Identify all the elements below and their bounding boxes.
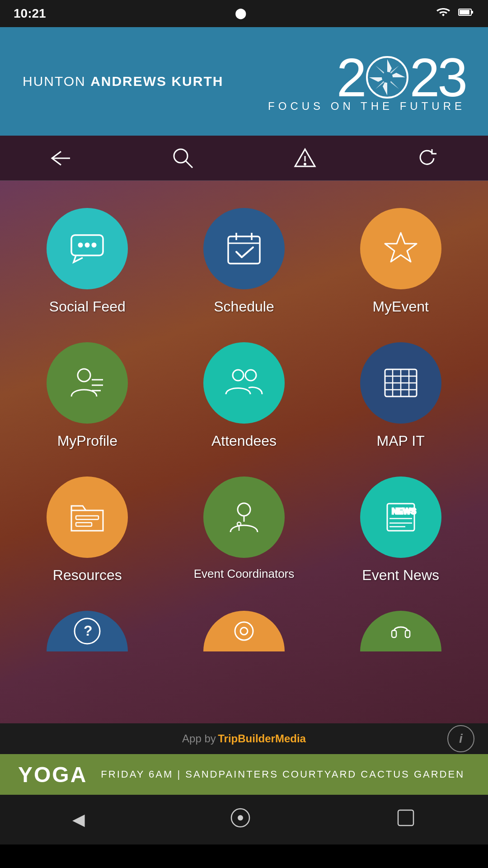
svg-rect-48 [405, 630, 410, 637]
calendar-icon [224, 228, 264, 269]
schedule-item[interactable]: Schedule [175, 208, 314, 315]
resources-label: Resources [53, 567, 122, 584]
status-time: 10:21 [14, 6, 46, 21]
event-coordinators-item[interactable]: Event Coordinators [175, 476, 314, 584]
footer-attribution: App by TripBuilderMedia i [0, 723, 488, 754]
mapit-label: MAP IT [377, 433, 425, 449]
svg-point-24 [233, 370, 244, 381]
item2-partial-item[interactable] [175, 611, 314, 651]
svg-point-37 [237, 522, 241, 526]
svg-rect-15 [228, 236, 260, 264]
company-logo: HUNTON ANDREWS KURTH [23, 74, 223, 89]
year-display: 2 23 [337, 50, 465, 104]
myprofile-icon-bg [47, 342, 128, 424]
search-button[interactable] [163, 142, 203, 174]
svg-rect-2 [460, 10, 469, 14]
svg-rect-34 [76, 523, 92, 526]
profile-icon [67, 363, 108, 403]
svg-point-12 [79, 243, 82, 247]
event-news-label: Event News [362, 567, 439, 584]
svg-point-14 [92, 243, 96, 247]
svg-point-45 [235, 622, 253, 640]
event-tagline: FOCUS ON THE FUTURE [268, 100, 465, 113]
circle-icon [230, 618, 258, 645]
attendees-label: Attendees [211, 433, 277, 449]
faq-icon-bg: ? [47, 611, 128, 651]
myevent-icon-bg [360, 208, 441, 289]
status-right-icons [435, 6, 474, 21]
info-button[interactable]: i [447, 725, 474, 752]
android-back-button[interactable]: ◀ [72, 810, 85, 829]
myevent-label: MyEvent [372, 298, 428, 315]
recent-apps-icon [396, 808, 416, 828]
alert-button[interactable] [285, 142, 325, 174]
myprofile-label: MyProfile [57, 433, 117, 449]
app-by-text: App by [182, 732, 216, 745]
event-news-icon-bg: NEWS [360, 476, 441, 558]
wifi-icon [435, 6, 451, 21]
svg-point-6 [174, 149, 188, 163]
chat-icon [67, 228, 108, 269]
resources-icon-bg [47, 476, 128, 558]
back-button[interactable] [41, 145, 81, 172]
svg-rect-1 [471, 11, 473, 14]
svg-rect-33 [76, 516, 99, 519]
question-icon: ? [74, 618, 101, 645]
android-recent-button[interactable] [396, 808, 416, 832]
app-header: HUNTON ANDREWS KURTH 2 23 FOCUS ON THE F… [0, 27, 488, 136]
partial-row: ? [18, 611, 470, 651]
mapit-icon-bg [360, 342, 441, 424]
tripbuilder-brand: TripBuilderMedia [218, 732, 306, 745]
svg-text:NEWS: NEWS [392, 507, 416, 516]
android-home-button[interactable] [229, 807, 252, 833]
icon-grid: Social Feed Schedule MyEve [18, 208, 470, 584]
svg-point-20 [78, 369, 90, 382]
camera-icon [365, 55, 410, 100]
social-feed-label: Social Feed [49, 298, 126, 315]
home-circle-icon [229, 807, 252, 829]
yoga-details: FRIDAY 6AM | SANDPAINTERS COURTYARD CACT… [101, 769, 465, 780]
myprofile-item[interactable]: MyProfile [18, 342, 157, 449]
svg-point-50 [238, 815, 243, 821]
item3-partial-item[interactable] [331, 611, 470, 651]
attendees-icon-bg [203, 342, 285, 424]
yoga-title: YOGA [18, 762, 87, 787]
mapit-item[interactable]: MAP IT [331, 342, 470, 449]
event-coordinators-icon-bg [203, 476, 285, 558]
event-news-item[interactable]: NEWS Event News [331, 476, 470, 584]
headset-icon [387, 618, 414, 645]
attendees-icon [224, 363, 264, 403]
svg-point-25 [245, 370, 256, 381]
battery-icon [458, 6, 474, 21]
resources-item[interactable]: Resources [18, 476, 157, 584]
svg-line-7 [186, 161, 192, 168]
status-bar: 10:21 ⬤ [0, 0, 488, 27]
news-icon: NEWS [380, 497, 421, 538]
faq-partial-item[interactable]: ? [18, 611, 157, 651]
main-content: Social Feed Schedule MyEve [0, 181, 488, 723]
folder-icon [67, 497, 108, 538]
svg-text:?: ? [84, 623, 93, 639]
social-feed-item[interactable]: Social Feed [18, 208, 157, 315]
android-nav-bar: ◀ [0, 795, 488, 844]
star-icon [380, 228, 421, 269]
svg-point-10 [305, 163, 306, 165]
refresh-button[interactable] [407, 142, 447, 174]
item3-icon-bg [360, 611, 441, 651]
svg-marker-19 [385, 233, 417, 262]
schedule-label: Schedule [214, 298, 274, 315]
attendees-item[interactable]: Attendees [175, 342, 314, 449]
schedule-icon-bg [203, 208, 285, 289]
map-icon [380, 363, 421, 403]
social-feed-icon-bg [47, 208, 128, 289]
svg-rect-47 [392, 630, 396, 637]
event-branding: 2 23 FOCUS ON THE FUTURE [268, 50, 465, 113]
coordinator-icon [224, 497, 264, 538]
svg-point-13 [85, 243, 89, 247]
item2-icon-bg [203, 611, 285, 651]
event-coordinators-label: Event Coordinators [194, 567, 295, 581]
svg-point-35 [238, 503, 250, 516]
myevent-item[interactable]: MyEvent [331, 208, 470, 315]
svg-point-46 [240, 627, 248, 635]
status-dot-icon: ⬤ [235, 8, 246, 19]
